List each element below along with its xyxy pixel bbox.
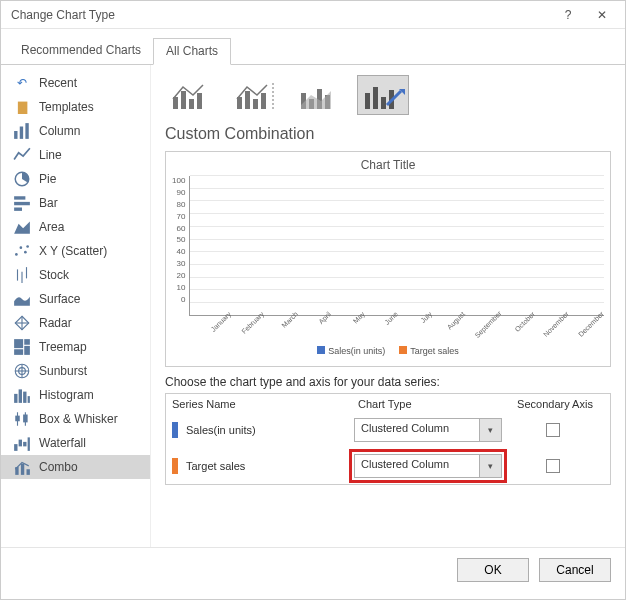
svg-rect-19 (24, 339, 30, 345)
window-controls: ? ✕ (551, 1, 619, 29)
series-type-select-1[interactable]: Clustered Column ▾ (354, 418, 502, 442)
svg-rect-28 (23, 392, 26, 403)
close-button[interactable]: ✕ (585, 1, 619, 29)
y-axis: 1009080706050403020100 (172, 176, 189, 316)
chart-preview: Chart Title 1009080706050403020100 Janua… (165, 151, 611, 367)
sidebar-item-label: Area (39, 220, 64, 234)
sidebar-item-label: Treemap (39, 340, 87, 354)
svg-rect-27 (19, 389, 22, 403)
combo-icon (13, 459, 31, 475)
scatter-icon (13, 243, 31, 259)
sidebar-item-combo[interactable]: Combo (1, 455, 150, 479)
header-secondary-axis: Secondary Axis (506, 398, 604, 410)
sidebar-item-label: Combo (39, 460, 78, 474)
secondary-axis-checkbox-2[interactable] (546, 459, 560, 473)
combo-subtype-row (165, 75, 611, 115)
sidebar-item-label: X Y (Scatter) (39, 244, 107, 258)
sunburst-icon (13, 363, 31, 379)
sidebar-item-label: Surface (39, 292, 80, 306)
recent-icon: ↶ (13, 75, 31, 91)
svg-rect-43 (189, 99, 194, 109)
svg-rect-0 (14, 131, 17, 139)
sidebar-item-label: Waterfall (39, 436, 86, 450)
secondary-axis-checkbox-1[interactable] (546, 423, 560, 437)
tabstrip: Recommended Charts All Charts (1, 37, 625, 65)
highlight-box: Clustered Column ▾ (349, 449, 507, 483)
tab-all-charts[interactable]: All Charts (153, 38, 231, 65)
series-type-select-2[interactable]: Clustered Column ▾ (354, 454, 502, 478)
sidebar-item-templates[interactable]: ▇Templates (1, 95, 150, 119)
main-panel: Custom Combination Chart Title 100908070… (151, 65, 625, 547)
waterfall-icon (13, 435, 31, 451)
stock-icon (13, 267, 31, 283)
svg-rect-39 (21, 464, 24, 475)
sidebar-item-radar[interactable]: Radar (1, 311, 150, 335)
sidebar-item-label: Histogram (39, 388, 94, 402)
sidebar-item-surface[interactable]: Surface (1, 287, 150, 311)
sidebar-item-column[interactable]: Column (1, 119, 150, 143)
sidebar-item-label: Bar (39, 196, 58, 210)
svg-rect-34 (14, 444, 17, 451)
series-row-1: Sales(in units) Clustered Column ▾ (166, 412, 610, 448)
ok-button[interactable]: OK (457, 558, 529, 582)
sidebar-item-histogram[interactable]: Histogram (1, 383, 150, 407)
sidebar-item-label: Pie (39, 172, 56, 186)
sidebar-item-recent[interactable]: ↶Recent (1, 71, 150, 95)
svg-rect-36 (23, 442, 26, 447)
svg-rect-4 (14, 196, 25, 199)
svg-rect-6 (14, 208, 22, 211)
pie-icon (13, 171, 31, 187)
series-swatch-2 (172, 458, 178, 474)
surface-icon (13, 291, 31, 307)
svg-rect-37 (28, 437, 30, 451)
svg-rect-26 (14, 394, 17, 403)
sidebar-item-label: Templates (39, 100, 94, 114)
titlebar: Change Chart Type ? ✕ (1, 1, 625, 29)
sidebar-item-bar[interactable]: Bar (1, 191, 150, 215)
svg-rect-1 (20, 127, 23, 139)
series-swatch-1 (172, 422, 178, 438)
svg-rect-44 (197, 93, 202, 109)
svg-point-10 (24, 251, 27, 254)
svg-rect-31 (15, 416, 20, 422)
box-whisker-icon (13, 411, 31, 427)
sidebar-item-box-whisker[interactable]: Box & Whisker (1, 407, 150, 431)
area-icon (13, 219, 31, 235)
sidebar-item-pie[interactable]: Pie (1, 167, 150, 191)
line-icon (13, 147, 31, 163)
histogram-icon (13, 387, 31, 403)
sidebar-item-line[interactable]: Line (1, 143, 150, 167)
sidebar-item-waterfall[interactable]: Waterfall (1, 431, 150, 455)
chart-category-sidebar: ↶Recent ▇Templates Column Line Pie Bar A… (1, 65, 151, 547)
svg-rect-56 (373, 87, 378, 109)
templates-icon: ▇ (13, 99, 31, 115)
svg-rect-55 (365, 93, 370, 109)
sidebar-item-label: Sunburst (39, 364, 87, 378)
series-table: Series Name Chart Type Secondary Axis Sa… (165, 393, 611, 485)
tab-recommended-charts[interactable]: Recommended Charts (9, 38, 153, 65)
combo-subtype-1[interactable] (165, 75, 217, 115)
svg-marker-7 (14, 221, 30, 233)
series-row-2: Target sales Clustered Column ▾ (166, 448, 610, 484)
svg-rect-2 (25, 123, 28, 139)
header-chart-type: Chart Type (358, 398, 506, 410)
sidebar-item-stock[interactable]: Stock (1, 263, 150, 287)
sidebar-item-sunburst[interactable]: Sunburst (1, 359, 150, 383)
sidebar-item-label: Box & Whisker (39, 412, 118, 426)
sidebar-item-scatter[interactable]: X Y (Scatter) (1, 239, 150, 263)
treemap-icon (13, 339, 31, 355)
combo-subtype-custom[interactable] (357, 75, 409, 115)
combo-subtype-3[interactable] (293, 75, 345, 115)
column-icon (13, 123, 31, 139)
cancel-button[interactable]: Cancel (539, 558, 611, 582)
combo-subtype-2[interactable] (229, 75, 281, 115)
svg-point-9 (20, 246, 23, 249)
series-prompt: Choose the chart type and axis for your … (165, 375, 611, 389)
sidebar-item-area[interactable]: Area (1, 215, 150, 239)
chevron-down-icon: ▾ (479, 455, 501, 477)
help-button[interactable]: ? (551, 1, 585, 29)
series-header: Series Name Chart Type Secondary Axis (166, 394, 610, 412)
series-name-2: Target sales (186, 460, 354, 472)
svg-rect-33 (23, 415, 28, 423)
sidebar-item-treemap[interactable]: Treemap (1, 335, 150, 359)
